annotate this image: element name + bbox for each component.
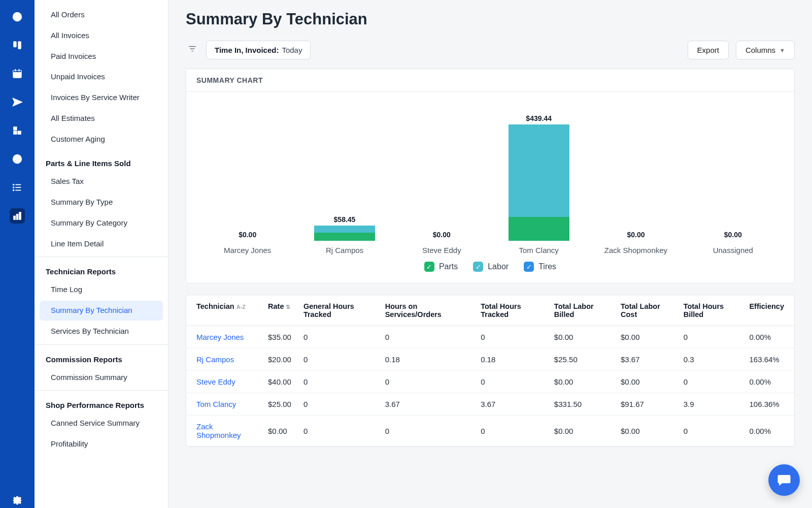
svg-rect-17	[14, 216, 16, 219]
sidebar-item[interactable]: Summary By Category	[40, 213, 163, 233]
sort-icon: A-Z	[236, 304, 246, 310]
sidebar-item[interactable]: All Invoices	[40, 26, 163, 46]
sidebar-item[interactable]: Line Item Detail	[40, 234, 163, 254]
table-cell: 0	[475, 371, 548, 393]
chart-bar[interactable]: $0.00Unassigned	[687, 102, 779, 255]
table-cell: 106.36%	[743, 393, 794, 416]
table-cell: 0.18	[475, 348, 548, 371]
technician-link[interactable]: Rj Campos	[186, 348, 262, 371]
sidebar-heading: Commission Reports	[35, 348, 168, 367]
sidebar-item[interactable]: All Orders	[40, 5, 163, 25]
date-filter-chip[interactable]: Time In, Invoiced: Today	[206, 41, 311, 59]
svg-point-16	[13, 190, 14, 191]
table-header[interactable]: TechnicianA-Z	[186, 295, 262, 326]
table-cell: 3.67	[475, 393, 548, 416]
bar-stack	[314, 226, 375, 241]
rail-gauge-icon[interactable]	[10, 9, 25, 24]
chart-bar[interactable]: $439.44Tom Clancy	[493, 102, 585, 255]
legend-item-parts[interactable]: ✓Parts	[424, 262, 458, 272]
svg-rect-18	[16, 214, 18, 219]
chart-bar[interactable]: $0.00Steve Eddy	[396, 102, 488, 255]
table-cell: 0	[678, 326, 743, 348]
svg-rect-1	[14, 42, 17, 47]
bar-total-label: $439.44	[526, 114, 552, 122]
columns-button[interactable]: Columns ▼	[736, 41, 795, 59]
sidebar-divider	[35, 390, 168, 391]
sidebar-item[interactable]: Customer Aging	[40, 130, 163, 149]
checkbox-icon: ✓	[473, 262, 483, 272]
table-cell: $0.00	[548, 371, 615, 393]
table-cell: $40.00	[262, 371, 297, 393]
sidebar-item[interactable]: Invoices By Service Writer	[40, 88, 163, 108]
sidebar-item[interactable]: Summary By Type	[40, 193, 163, 212]
table-cell: 0	[297, 371, 379, 393]
table-header[interactable]: Total Labor Billed	[548, 295, 615, 326]
checkbox-icon: ✓	[424, 262, 434, 272]
sidebar-item[interactable]: Summary By Technician	[40, 301, 163, 321]
table-row: Zack Shopmonkey$0.00000$0.00$0.0000.00%	[186, 416, 794, 447]
bar-total-label: $0.00	[724, 231, 742, 239]
chart-bar[interactable]: $0.00Marcey Jones	[201, 102, 293, 255]
sidebar-item[interactable]: Paid Invoices	[40, 47, 163, 67]
export-button[interactable]: Export	[688, 41, 729, 59]
rail-tiles-icon[interactable]	[10, 123, 25, 138]
bar-total-label: $0.00	[239, 231, 256, 239]
rail-clock-icon[interactable]	[10, 151, 25, 167]
filter-icon[interactable]	[186, 42, 199, 58]
table-header[interactable]: Efficiency	[743, 295, 794, 326]
svg-rect-19	[19, 212, 21, 220]
table-header[interactable]: General Hours Tracked	[297, 295, 379, 326]
technician-link[interactable]: Marcey Jones	[186, 326, 262, 348]
sidebar-item[interactable]: Unpaid Invoices	[40, 67, 163, 87]
sidebar-item[interactable]: Profitability	[40, 434, 163, 454]
sidebar-item[interactable]: Sales Tax	[40, 172, 163, 192]
rail-board-icon[interactable]	[10, 38, 25, 53]
sidebar-item[interactable]: Commission Summary	[40, 368, 163, 388]
rail-calendar-icon[interactable]	[10, 66, 25, 81]
bar-stack	[509, 124, 569, 241]
table-row: Marcey Jones$35.00000$0.00$0.0000.00%	[186, 326, 794, 348]
table-cell: 0	[297, 326, 379, 348]
page-title: Summary By Technician	[186, 10, 795, 28]
rail-bar-chart-icon[interactable]	[10, 208, 25, 224]
bar-category-label: Rj Campos	[326, 246, 363, 255]
table-cell: 3.9	[678, 393, 743, 416]
svg-rect-4	[13, 71, 22, 73]
table-row: Rj Campos$20.0000.180.18$25.50$3.670.316…	[186, 348, 794, 371]
table-cell: 0	[379, 326, 475, 348]
table-header[interactable]: Hours on Services/Orders	[379, 295, 475, 326]
bar-category-label: Steve Eddy	[422, 246, 461, 255]
table-header[interactable]: Total Labor Cost	[615, 295, 678, 326]
bar-total-label: $58.45	[334, 215, 356, 224]
checkbox-icon: ✓	[524, 262, 534, 272]
main-content: Summary By Technician Time In, Invoiced:…	[168, 0, 812, 508]
legend-item-labor[interactable]: ✓Labor	[473, 262, 509, 272]
table-cell: $0.00	[615, 416, 678, 447]
table-cell: 0.3	[678, 348, 743, 371]
bar-category-label: Tom Clancy	[519, 246, 558, 255]
table-header[interactable]: Rate⇅	[262, 295, 297, 326]
technician-link[interactable]: Zack Shopmonkey	[186, 416, 262, 447]
table-header[interactable]: Total Hours Billed	[678, 295, 743, 326]
sidebar-item[interactable]: Services By Technician	[40, 322, 163, 341]
sidebar-item[interactable]: All Estimates	[40, 109, 163, 129]
chart-bar[interactable]: $0.00Zack Shopmonkey	[590, 102, 682, 255]
sort-arrows-icon: ⇅	[286, 304, 290, 310]
rail-settings-icon[interactable]	[10, 493, 25, 508]
table-cell: $0.00	[262, 416, 297, 447]
rail-list-icon[interactable]	[10, 180, 25, 195]
technician-link[interactable]: Steve Eddy	[186, 371, 262, 393]
technician-table-card: TechnicianA-ZRate⇅General Hours TrackedH…	[186, 295, 795, 447]
table-header[interactable]: Total Hours Tracked	[475, 295, 548, 326]
technician-link[interactable]: Tom Clancy	[186, 393, 262, 416]
chart-legend: ✓Parts ✓Labor ✓Tires	[196, 255, 784, 279]
chart-bar[interactable]: $58.45Rj Campos	[298, 102, 390, 255]
table-cell: $35.00	[262, 326, 297, 348]
table-cell: 0	[379, 416, 475, 447]
table-cell: $91.67	[615, 393, 678, 416]
chat-widget-button[interactable]	[768, 464, 800, 496]
sidebar-item[interactable]: Time Log	[40, 280, 163, 300]
rail-send-icon[interactable]	[10, 94, 25, 110]
legend-item-tires[interactable]: ✓Tires	[524, 262, 556, 272]
sidebar-item[interactable]: Canned Service Summary	[40, 414, 163, 433]
